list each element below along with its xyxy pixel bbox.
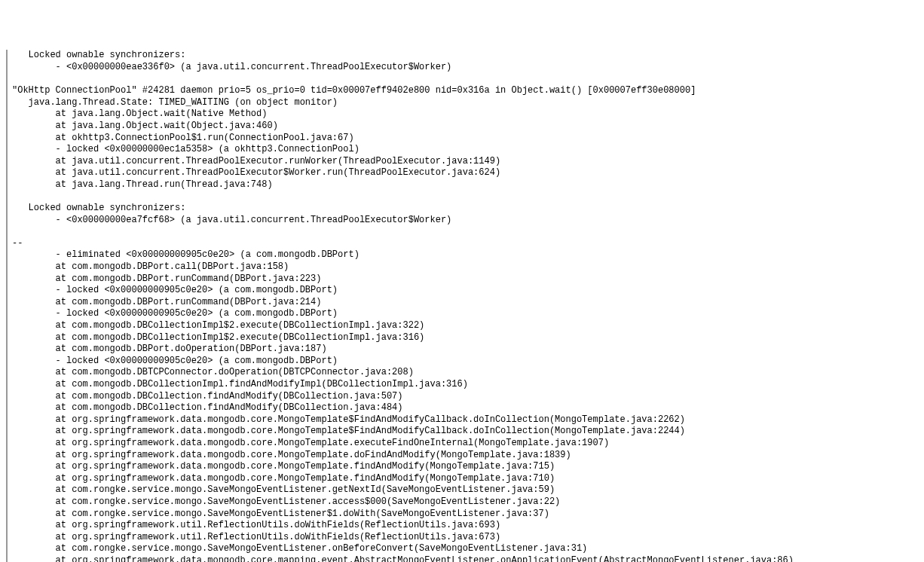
trace-line: java.lang.Thread.State: TIMED_WAITING (o… — [12, 97, 918, 109]
trace-line: - eliminated <0x00000000905c0e20> (a com… — [12, 249, 918, 261]
trace-line: at com.mongodb.DBPort.runCommand(DBPort.… — [12, 273, 918, 286]
trace-line: at org.springframework.util.ReflectionUt… — [12, 520, 918, 532]
trace-line: at org.springframework.data.mongodb.core… — [12, 461, 918, 473]
trace-line: at com.rongke.service.mongo.SaveMongoEve… — [12, 509, 918, 521]
trace-line: at org.springframework.data.mongodb.core… — [12, 438, 918, 450]
trace-line: at org.springframework.data.mongodb.core… — [12, 426, 918, 438]
trace-line: at com.mongodb.DBCollectionImpl.findAndM… — [12, 379, 918, 391]
trace-line: at com.mongodb.DBCollection.findAndModif… — [12, 402, 918, 414]
trace-line: - <0x00000000eae336f0> (a java.util.conc… — [12, 62, 918, 74]
trace-line: at com.rongke.service.mongo.SaveMongoEve… — [12, 496, 918, 509]
trace-line — [12, 191, 918, 203]
trace-line: "OkHttp ConnectionPool" #24281 daemon pr… — [12, 85, 918, 97]
trace-line: at com.mongodb.DBPort.doOperation(DBPort… — [12, 344, 918, 356]
trace-line: at com.rongke.service.mongo.SaveMongoEve… — [12, 484, 918, 496]
trace-line: - locked <0x00000000905c0e20> (a com.mon… — [12, 308, 918, 320]
trace-line: at org.springframework.data.mongodb.core… — [12, 555, 918, 562]
trace-line: at java.lang.Thread.run(Thread.java:748) — [12, 179, 918, 191]
trace-line: at com.mongodb.DBTCPConnector.doOperatio… — [12, 367, 918, 379]
stack-trace-output: Locked ownable synchronizers: - <0x00000… — [6, 50, 918, 562]
trace-line: at com.mongodb.DBCollectionImpl$2.execut… — [12, 320, 918, 332]
trace-line: at org.springframework.data.mongodb.core… — [12, 414, 918, 426]
trace-line: - locked <0x00000000ec1a5358> (a okhttp3… — [12, 144, 918, 156]
trace-line: at com.rongke.service.mongo.SaveMongoEve… — [12, 543, 918, 555]
trace-line: at org.springframework.data.mongodb.core… — [12, 450, 918, 462]
trace-line: -- — [12, 238, 918, 250]
trace-line: at java.lang.Object.wait(Native Method) — [12, 108, 918, 121]
trace-line: at java.util.concurrent.ThreadPoolExecut… — [12, 167, 918, 179]
trace-line: at java.lang.Object.wait(Object.java:460… — [12, 121, 918, 133]
trace-line: Locked ownable synchronizers: — [12, 203, 918, 215]
trace-line: - <0x00000000ea7fcf68> (a java.util.conc… — [12, 215, 918, 227]
trace-line: at java.util.concurrent.ThreadPoolExecut… — [12, 156, 918, 168]
trace-line: at org.springframework.data.mongodb.core… — [12, 473, 918, 485]
trace-line: - locked <0x00000000905c0e20> (a com.mon… — [12, 285, 918, 297]
trace-line: at com.mongodb.DBCollectionImpl$2.execut… — [12, 332, 918, 344]
trace-line: Locked ownable synchronizers: — [12, 50, 918, 62]
trace-line: at com.mongodb.DBPort.runCommand(DBPort.… — [12, 297, 918, 309]
trace-line — [12, 226, 918, 238]
trace-line: at org.springframework.util.ReflectionUt… — [12, 532, 918, 544]
trace-line: at com.mongodb.DBPort.call(DBPort.java:1… — [12, 261, 918, 273]
trace-line: at okhttp3.ConnectionPool$1.run(Connecti… — [12, 133, 918, 145]
trace-line: at com.mongodb.DBCollection.findAndModif… — [12, 391, 918, 403]
trace-line — [12, 74, 918, 86]
trace-line: - locked <0x00000000905c0e20> (a com.mon… — [12, 356, 918, 368]
